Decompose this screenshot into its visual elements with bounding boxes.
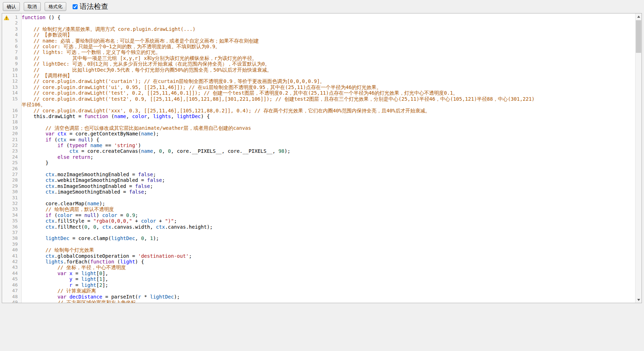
scroll-up-button[interactable] (635, 13, 642, 20)
code-line[interactable]: 34 if (color == null) color = 0.9; (2, 212, 635, 218)
code-editor[interactable]: 1function () {23 // 绘制灯光/漆黑层效果。调用方式 core… (2, 13, 642, 303)
code-text: lights.forEach(function (light) { (19, 259, 635, 264)
cancel-button[interactable]: 取消 (24, 2, 41, 11)
code-line[interactable]: 27 ctx.mozImageSmoothingEnabled = false; (2, 172, 635, 177)
code-line[interactable]: 8 // 其中每一项是三元组 [x,y,r] x和y分别为该灯光的横纵坐标，r为… (2, 55, 635, 61)
marker-cell (2, 143, 10, 148)
code-line[interactable]: 6 // color: 可选，只能是一个0~1之间的数，为不透明度的值。不填则默… (2, 44, 635, 49)
code-line[interactable]: 32 core.clearMap(name); (2, 201, 635, 206)
marker-cell (2, 73, 10, 78)
marker-cell (2, 49, 10, 55)
line-number: 17 (10, 113, 19, 119)
line-number: 45 (10, 276, 19, 282)
line-number: 41 (10, 253, 19, 259)
code-line[interactable]: 36 ctx.fillRect(0, 0, ctx.canvas.width, … (2, 224, 635, 230)
line-number: 13 (10, 84, 19, 90)
code-line[interactable]: 42 lights.forEach(function (light) { (2, 259, 635, 264)
code-line[interactable]: 26 (2, 166, 635, 172)
code-line[interactable]: 半径106。 (2, 102, 635, 107)
code-line[interactable]: 14 // core.plugin.drawLight('test', 0.2,… (2, 90, 635, 96)
code-text: // 绘制每个灯光效果 (19, 247, 635, 253)
code-line[interactable]: 23 ctx = core.createCanvas(name, 0, 0, c… (2, 148, 635, 154)
code-line[interactable]: 17 this.drawLight = function (name, colo… (2, 113, 635, 119)
format-button[interactable]: 格式化 (45, 2, 66, 11)
code-line[interactable]: 11 // 【调用样例】 (2, 73, 635, 78)
code-line[interactable]: 9 // lightDec: 可选，0到1之间，光从多少百分比才开始衰减（在此范… (2, 61, 635, 67)
marker-cell (2, 108, 10, 113)
code-line[interactable]: 45 y = light[1], (2, 276, 635, 282)
vertical-scrollbar[interactable] (635, 13, 642, 303)
code-line[interactable]: 38 lightDec = core.clamp(lightDec, 0, 1)… (2, 235, 635, 241)
code-text: // 【调用样例】 (19, 73, 635, 78)
code-text: ctx = core.createCanvas(name, 0, 0, core… (19, 148, 635, 154)
code-line[interactable]: 46 r = light[2]; (2, 282, 635, 288)
code-line[interactable]: 48 var decDistance = parseInt(r * lightD… (2, 294, 635, 300)
code-line[interactable]: 30 ctx.imageSmoothingEnabled = false; (2, 189, 635, 195)
code-text: // 坐标，半径，中心不透明度 (19, 264, 635, 270)
code-line[interactable]: 3 // 绘制灯光/漆黑层效果。调用方式 core.plugin.drawLig… (2, 26, 635, 32)
code-line[interactable]: 10 // 比如lightDec为0.5代表，每个灯光部分内圈50%的范围全亮，… (2, 67, 635, 73)
code-line[interactable]: 15 // core.plugin.drawLight('test2', 0.9… (2, 96, 635, 102)
line-number: 30 (10, 189, 19, 195)
warning-marker-cell[interactable] (2, 15, 10, 20)
code-line[interactable]: 49 // 正方形区域的宽度和左上角坐标 (2, 300, 635, 303)
code-text: } (19, 160, 635, 166)
code-line[interactable]: 33 // 绘制色调层，默认不透明度 (2, 206, 635, 212)
marker-cell (2, 224, 10, 230)
code-text: // 清空色调层；也可以修改成其它层比如animate/weather层，或者用… (19, 125, 635, 131)
code-line[interactable]: 40 // 绘制每个灯光效果 (2, 247, 635, 253)
code-line[interactable]: 24 else return; (2, 154, 635, 160)
code-line[interactable]: 1function () { (2, 15, 635, 20)
code-line[interactable]: 37 (2, 230, 635, 235)
code-text: r = light[2]; (19, 282, 635, 288)
line-number: 20 (10, 131, 19, 136)
code-line[interactable]: 12 // core.plugin.drawLight('curtain'); … (2, 78, 635, 84)
code-line[interactable]: 41 ctx.globalCompositeOperation = 'desti… (2, 253, 635, 259)
code-line[interactable]: 13 // core.plugin.drawLight('ui', 0.95, … (2, 84, 635, 90)
code-line[interactable]: 47 // 计算衰减距离 (2, 288, 635, 294)
line-number: 49 (10, 300, 19, 303)
code-lines[interactable]: 1function () {23 // 绘制灯光/漆黑层效果。调用方式 core… (2, 15, 635, 303)
code-line[interactable]: 4 // 【参数说明】 (2, 32, 635, 38)
line-number: 15 (10, 96, 19, 102)
code-line[interactable]: 16 // core.plugin.drawLight('xxx', 0.3, … (2, 108, 635, 113)
line-number: 38 (10, 235, 19, 241)
code-line[interactable]: 2 (2, 20, 635, 26)
code-line[interactable]: 18 (2, 119, 635, 125)
marker-cell (2, 177, 10, 183)
scrollbar-thumb[interactable] (636, 20, 641, 53)
code-text: // lightDec: 可选，0到1之间，光从多少百分比才开始衰减（在此范围内… (19, 61, 635, 67)
syntax-check-checkbox[interactable] (73, 4, 78, 9)
scroll-down-button[interactable] (635, 297, 642, 303)
line-number: 44 (10, 271, 19, 276)
code-text: ctx.mozImageSmoothingEnabled = false; (19, 172, 635, 177)
code-text: if (typeof name == 'string') (19, 143, 635, 148)
line-number: 26 (10, 166, 19, 172)
syntax-check-label[interactable]: 语法检查 (80, 2, 108, 11)
code-line[interactable]: 22 if (typeof name == 'string') (2, 143, 635, 148)
code-line[interactable]: 21 if (ctx == null) { (2, 137, 635, 143)
code-line[interactable]: 35 ctx.fillStyle = "rgba(0,0,0," + color… (2, 218, 635, 224)
line-number: 10 (10, 67, 19, 73)
code-text: // 其中每一项是三元组 [x,y,r] x和y分别为该灯光的横纵坐标，r为该灯… (19, 55, 635, 61)
code-line[interactable]: 7 // lights: 可选，一个数组，定义了每个独立的灯光。 (2, 49, 635, 55)
warning-icon[interactable] (4, 15, 9, 20)
code-text: if (ctx == null) { (19, 137, 635, 143)
line-number: 9 (10, 61, 19, 67)
code-line[interactable]: 44 var x = light[0], (2, 271, 635, 276)
line-number: 42 (10, 259, 19, 264)
code-line[interactable]: 5 // name: 必填，要绘制到的画布名；可以是一个系统画布，或者是个自定义… (2, 38, 635, 44)
code-line[interactable]: 20 var ctx = core.getContextByName(name)… (2, 131, 635, 136)
code-line[interactable]: 43 // 坐标，半径，中心不透明度 (2, 264, 635, 270)
code-line[interactable]: 29 ctx.msImageSmoothingEnabled = false; (2, 183, 635, 189)
line-number: 34 (10, 212, 19, 218)
marker-cell (2, 195, 10, 201)
code-line[interactable]: 28 ctx.webkitImageSmoothingEnabled = fal… (2, 177, 635, 183)
marker-cell (2, 61, 10, 67)
code-line[interactable]: 31 (2, 195, 635, 201)
code-line[interactable]: 19 // 清空色调层；也可以修改成其它层比如animate/weather层，… (2, 125, 635, 131)
code-line[interactable]: 25 } (2, 160, 635, 166)
marker-cell (2, 206, 10, 212)
confirm-button[interactable]: 确认 (3, 2, 20, 11)
code-line[interactable]: 39 (2, 241, 635, 247)
